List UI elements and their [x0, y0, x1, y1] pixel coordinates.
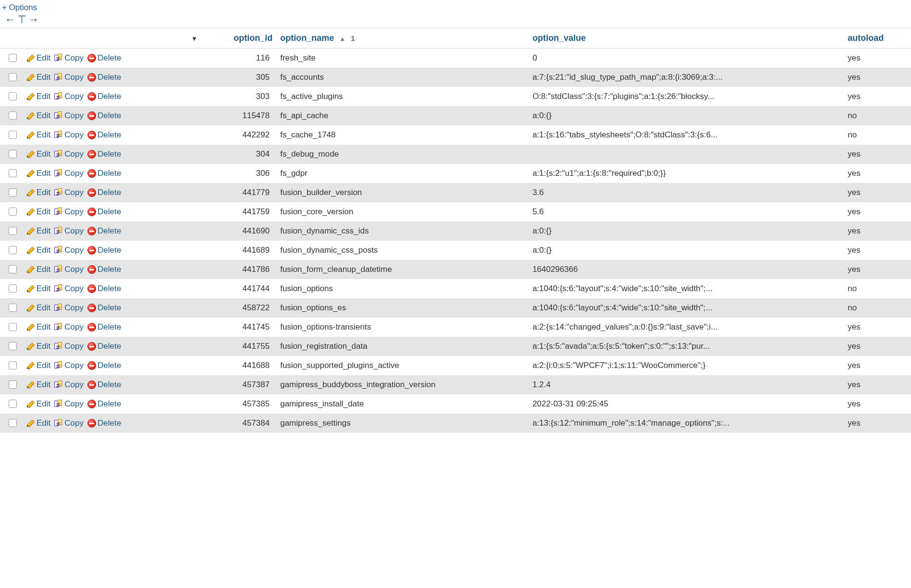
copy-action[interactable]: ≠Copy	[54, 53, 84, 63]
row-checkbox[interactable]	[9, 419, 17, 427]
copy-label: Copy	[64, 73, 84, 82]
actions-dropdown-icon[interactable]: ▼	[191, 35, 197, 42]
delete-action[interactable]: Delete	[87, 399, 121, 409]
copy-action[interactable]: ≠Copy	[54, 265, 84, 274]
copy-action[interactable]: ≠Copy	[54, 361, 84, 370]
row-checkbox[interactable]	[9, 208, 17, 216]
edit-action[interactable]: Edit	[26, 53, 50, 63]
delete-action[interactable]: Delete	[87, 73, 121, 82]
delete-action[interactable]: Delete	[87, 361, 121, 370]
edit-label: Edit	[37, 342, 50, 351]
edit-action[interactable]: Edit	[26, 92, 50, 101]
row-checkbox[interactable]	[9, 284, 17, 293]
edit-action[interactable]: Edit	[26, 130, 50, 140]
copy-action[interactable]: ≠Copy	[54, 149, 84, 159]
edit-action[interactable]: Edit	[26, 73, 50, 82]
row-checkbox[interactable]	[9, 400, 17, 408]
col-option-id-header[interactable]: option_id	[201, 28, 276, 49]
row-checkbox[interactable]	[9, 265, 17, 273]
nav-arrow-left-icon[interactable]: ←	[5, 14, 15, 25]
col-actions-header[interactable]: ▼	[0, 28, 201, 49]
delete-action[interactable]: Delete	[87, 188, 121, 197]
delete-action[interactable]: Delete	[87, 92, 121, 101]
row-checkbox[interactable]	[9, 111, 17, 120]
copy-label: Copy	[64, 361, 84, 370]
edit-action[interactable]: Edit	[26, 111, 50, 121]
table-row: Edit≠CopyDelete441779fusion_builder_vers…	[0, 183, 911, 202]
row-checkbox[interactable]	[9, 361, 17, 369]
copy-action[interactable]: ≠Copy	[54, 169, 84, 178]
delete-action[interactable]: Delete	[87, 265, 121, 274]
row-checkbox[interactable]	[9, 131, 17, 139]
copy-action[interactable]: ≠Copy	[54, 418, 84, 428]
row-checkbox[interactable]	[9, 73, 17, 81]
copy-action[interactable]: ≠Copy	[54, 226, 84, 236]
delete-action[interactable]: Delete	[87, 53, 121, 63]
edit-action[interactable]: Edit	[26, 418, 50, 428]
delete-action[interactable]: Delete	[87, 342, 121, 351]
edit-action[interactable]: Edit	[26, 188, 50, 197]
delete-action[interactable]: Delete	[87, 149, 121, 159]
edit-action[interactable]: Edit	[26, 149, 50, 159]
row-checkbox[interactable]	[9, 342, 17, 350]
copy-action[interactable]: ≠Copy	[54, 380, 84, 390]
copy-action[interactable]: ≠Copy	[54, 130, 84, 140]
copy-action[interactable]: ≠Copy	[54, 245, 84, 255]
nav-arrow-top-icon[interactable]: ⊤	[17, 14, 26, 25]
row-checkbox[interactable]	[9, 92, 17, 100]
pencil-icon	[26, 92, 35, 101]
delete-action[interactable]: Delete	[87, 130, 121, 140]
delete-action[interactable]: Delete	[87, 322, 121, 332]
copy-action[interactable]: ≠Copy	[54, 399, 84, 409]
delete-action[interactable]: Delete	[87, 226, 121, 236]
delete-action[interactable]: Delete	[87, 169, 121, 178]
table-row: Edit≠CopyDelete441690fusion_dynamic_css_…	[0, 221, 911, 241]
edit-action[interactable]: Edit	[26, 322, 50, 332]
copy-action[interactable]: ≠Copy	[54, 322, 84, 332]
edit-action[interactable]: Edit	[26, 380, 50, 390]
nav-arrow-right-icon[interactable]: →	[28, 14, 39, 25]
col-autoload-header[interactable]: autoload	[844, 28, 911, 49]
pencil-icon	[26, 169, 35, 178]
copy-action[interactable]: ≠Copy	[54, 207, 84, 217]
delete-action[interactable]: Delete	[87, 284, 121, 294]
edit-action[interactable]: Edit	[26, 207, 50, 217]
edit-action[interactable]: Edit	[26, 265, 50, 274]
delete-action[interactable]: Delete	[87, 418, 121, 428]
col-option-name-header[interactable]: option_name ▲ 1	[276, 28, 529, 49]
edit-action[interactable]: Edit	[26, 399, 50, 409]
row-checkbox[interactable]	[9, 323, 17, 331]
row-checkbox[interactable]	[9, 188, 17, 196]
edit-action[interactable]: Edit	[26, 303, 50, 313]
copy-action[interactable]: ≠Copy	[54, 73, 84, 82]
copy-action[interactable]: ≠Copy	[54, 342, 84, 351]
edit-action[interactable]: Edit	[26, 226, 50, 236]
options-toggle[interactable]: + Options	[0, 2, 911, 13]
delete-action[interactable]: Delete	[87, 111, 121, 121]
row-checkbox[interactable]	[9, 150, 17, 158]
edit-action[interactable]: Edit	[26, 245, 50, 255]
copy-action[interactable]: ≠Copy	[54, 92, 84, 101]
edit-action[interactable]: Edit	[26, 342, 50, 351]
row-checkbox[interactable]	[9, 169, 17, 177]
row-checkbox[interactable]	[9, 227, 17, 235]
copy-action[interactable]: ≠Copy	[54, 284, 84, 294]
edit-action[interactable]: Edit	[26, 361, 50, 370]
delete-action[interactable]: Delete	[87, 380, 121, 390]
row-checkbox[interactable]	[9, 54, 17, 62]
delete-action[interactable]: Delete	[87, 303, 121, 313]
col-option-value-header[interactable]: option_value	[529, 28, 844, 49]
copy-action[interactable]: ≠Copy	[54, 188, 84, 197]
row-checkbox[interactable]	[9, 246, 17, 254]
minus-circle-icon	[87, 419, 96, 428]
copy-action[interactable]: ≠Copy	[54, 111, 84, 121]
minus-circle-icon	[87, 131, 96, 139]
copy-action[interactable]: ≠Copy	[54, 303, 84, 313]
delete-action[interactable]: Delete	[87, 207, 121, 217]
edit-action[interactable]: Edit	[26, 169, 50, 178]
edit-label: Edit	[37, 130, 50, 140]
row-checkbox[interactable]	[9, 380, 17, 389]
edit-action[interactable]: Edit	[26, 284, 50, 294]
delete-action[interactable]: Delete	[87, 245, 121, 255]
row-checkbox[interactable]	[9, 304, 17, 312]
